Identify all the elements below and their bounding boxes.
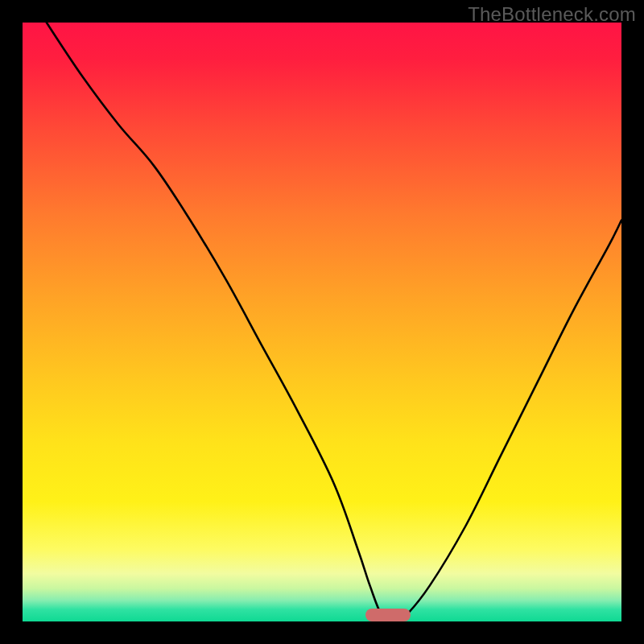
bottleneck-curve <box>23 23 621 621</box>
plot-area <box>23 23 621 621</box>
watermark-text: TheBottleneck.com <box>468 3 636 26</box>
optimal-marker <box>365 609 411 621</box>
chart-frame: TheBottleneck.com <box>0 0 644 644</box>
